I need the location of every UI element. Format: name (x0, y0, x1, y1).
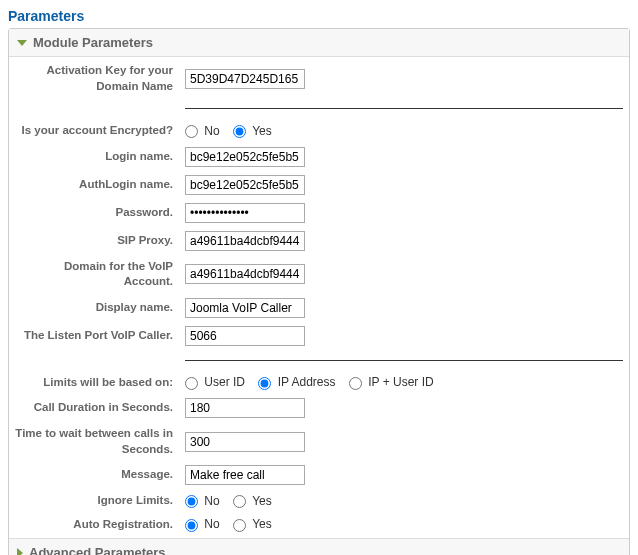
encrypted-no-label[interactable]: No (185, 124, 220, 138)
parameters-panel: Module Parameters Activation Key for you… (8, 28, 630, 555)
call-duration-label: Call Duration in Seconds. (9, 394, 179, 422)
listen-port-label: The Listen Port VoIP Caller. (9, 322, 179, 350)
limits-user-label[interactable]: User ID (185, 375, 245, 389)
login-name-label: Login name. (9, 143, 179, 171)
activation-key-input[interactable] (185, 69, 305, 89)
auto-reg-no-label[interactable]: No (185, 517, 220, 531)
sip-proxy-input[interactable] (185, 231, 305, 251)
limits-ipuser-radio[interactable] (349, 377, 362, 390)
message-label: Message. (9, 461, 179, 489)
ignore-limits-yes-radio[interactable] (233, 495, 246, 508)
wait-time-label: Time to wait between calls in Seconds. (9, 422, 179, 461)
auto-reg-yes-label[interactable]: Yes (233, 517, 272, 531)
encrypted-yes-radio[interactable] (233, 125, 246, 138)
auto-reg-label: Auto Registration. (9, 513, 179, 537)
auto-reg-yes-radio[interactable] (233, 519, 246, 532)
encrypted-no-radio[interactable] (185, 125, 198, 138)
voip-domain-input[interactable] (185, 264, 305, 284)
module-parameters-title: Module Parameters (33, 35, 153, 50)
advanced-parameters-header[interactable]: Advanced Parameters (9, 538, 629, 555)
activation-key-label: Activation Key for your Domain Name (9, 59, 179, 98)
password-label: Password. (9, 199, 179, 227)
panel-title: Parameters (8, 8, 630, 24)
module-parameters-body: Activation Key for your Domain Name Is y… (9, 57, 629, 538)
call-duration-input[interactable] (185, 398, 305, 418)
advanced-parameters-title: Advanced Parameters (29, 545, 166, 555)
encrypted-yes-label[interactable]: Yes (233, 124, 272, 138)
limits-ipuser-label[interactable]: IP + User ID (349, 375, 434, 389)
password-input[interactable] (185, 203, 305, 223)
limits-ip-radio[interactable] (258, 377, 271, 390)
auto-reg-no-radio[interactable] (185, 519, 198, 532)
encrypted-label: Is your account Encrypted? (9, 119, 179, 143)
limits-based-label: Limits will be based on: (9, 371, 179, 395)
ignore-limits-no-label[interactable]: No (185, 494, 220, 508)
ignore-limits-yes-label[interactable]: Yes (233, 494, 272, 508)
limits-ip-label[interactable]: IP Address (258, 375, 335, 389)
separator (185, 108, 623, 109)
ignore-limits-label: Ignore Limits. (9, 489, 179, 513)
display-name-label: Display name. (9, 294, 179, 322)
limits-user-radio[interactable] (185, 377, 198, 390)
authlogin-name-label: AuthLogin name. (9, 171, 179, 199)
voip-domain-label: Domain for the VoIP Account. (9, 255, 179, 294)
module-parameters-header[interactable]: Module Parameters (9, 29, 629, 57)
separator (185, 360, 623, 361)
wait-time-input[interactable] (185, 432, 305, 452)
sip-proxy-label: SIP Proxy. (9, 227, 179, 255)
login-name-input[interactable] (185, 147, 305, 167)
authlogin-name-input[interactable] (185, 175, 305, 195)
message-input[interactable] (185, 465, 305, 485)
ignore-limits-no-radio[interactable] (185, 495, 198, 508)
display-name-input[interactable] (185, 298, 305, 318)
chevron-right-icon (17, 548, 23, 555)
chevron-down-icon (17, 40, 27, 46)
listen-port-input[interactable] (185, 326, 305, 346)
